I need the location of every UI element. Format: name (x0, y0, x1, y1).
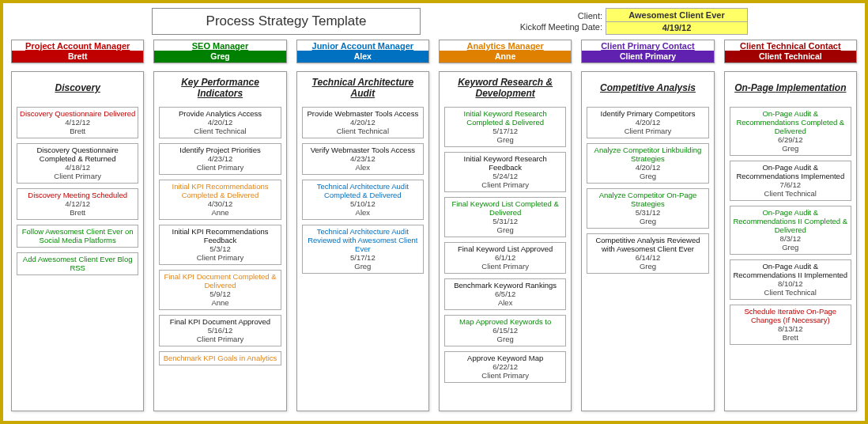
task-date: 7/6/12 (732, 180, 849, 189)
task-card: Initial KPI Recommendations Completed & … (159, 180, 281, 220)
task-owner: Client Technical (732, 288, 849, 297)
column-heading: Technical Architecture Audit (302, 77, 424, 99)
header-row: Process Strategy Template Client: Kickof… (9, 8, 859, 35)
task-card: Final KPI Document Completed & Delivered… (159, 270, 281, 310)
task-title: Final Keyword List Approved (447, 244, 564, 253)
task-title: Identify Primary Competitors (589, 109, 706, 118)
task-title: Final KPI Document Completed & Delivered (161, 272, 278, 290)
task-title: Follow Awesomest Client Ever on Social M… (19, 227, 136, 244)
role-seo-manager: SEO Manager Greg (153, 40, 286, 63)
task-owner: Brett (19, 127, 136, 135)
task-owner: Alex (447, 298, 564, 307)
task-title: On-Page Audit & Recommendations Complete… (732, 109, 849, 135)
columns: DiscoveryDiscovery Questionnaire Deliver… (11, 71, 857, 411)
task-card: Approve Keyword Map6/22/12Client Primary (444, 351, 566, 383)
task-date: 4/20/12 (589, 163, 706, 172)
column-heading: Key Performance Indicators (159, 77, 281, 99)
role-title: Client Technical Contact (725, 40, 856, 51)
task-card: Schedule Iterative On-Page Changes (If N… (730, 305, 851, 345)
task-title: Discovery Questionnaire Completed & Retu… (19, 146, 136, 163)
task-date: 4/12/12 (19, 199, 136, 208)
task-card: Discovery Meeting Scheduled4/12/12Brett (17, 188, 138, 220)
task-card: On-Page Audit & Recommendations Implemen… (730, 161, 851, 201)
task-card: Follow Awesomest Client Ever on Social M… (17, 225, 138, 248)
task-title: Initial Keyword Research Feedback (447, 154, 564, 172)
document-title: Process Strategy Template (152, 8, 421, 35)
column-heading: Competitive Analysis (587, 77, 708, 99)
task-owner: Greg (589, 217, 706, 225)
task-date: 4/23/12 (161, 154, 278, 163)
role-title: Junior Account Manager (297, 40, 428, 51)
task-owner: Client Primary (589, 127, 706, 135)
task-card: Provide Webmaster Tools Access4/20/12Cli… (302, 107, 424, 138)
column: Key Performance IndicatorsProvide Analyt… (153, 71, 286, 411)
role-title: SEO Manager (154, 40, 285, 51)
task-date: 6/22/12 (447, 362, 564, 371)
task-date: 4/20/12 (589, 118, 706, 127)
task-date: 6/5/12 (447, 290, 564, 298)
task-card: Technical Architecture Audit Reviewed wi… (302, 225, 424, 274)
task-owner: Greg (732, 144, 849, 153)
task-title: Analyze Competitor On-Page Strategies (589, 191, 706, 208)
task-owner: Greg (589, 172, 706, 180)
task-owner: Greg (589, 262, 706, 271)
role-name: Brett (12, 51, 143, 62)
task-card: Technical Architecture Audit Completed &… (302, 180, 424, 220)
task-title: Provide Analytics Access (161, 109, 278, 118)
kickoff-label: Kickoff Meeting Date: (468, 21, 602, 32)
task-date: 5/17/12 (447, 127, 564, 135)
task-owner: Greg (304, 262, 421, 271)
task-card: On-Page Audit & Recommendations Complete… (730, 107, 851, 156)
role-title: Client Primary Contact (582, 40, 713, 51)
kickoff-value: 4/19/12 (606, 22, 747, 35)
column: Keyword Research & DevelopmentInitial Ke… (439, 71, 572, 411)
task-card: Add Awesomest Client Ever Blog RSS (17, 252, 138, 275)
task-owner: Brett (732, 333, 849, 342)
task-owner: Client Primary (161, 253, 278, 262)
task-card: Identify Project Priorities4/23/12Client… (159, 143, 281, 175)
task-date: 4/23/12 (304, 154, 421, 163)
task-date: 5/31/12 (589, 208, 706, 217)
role-title: Project Account Manager (12, 40, 143, 51)
task-card: Map Approved Keywords to6/15/12Greg (444, 315, 566, 346)
task-card: Discovery Questionnaire Completed & Retu… (17, 143, 138, 184)
task-title: Initial KPI Recommendations Completed & … (161, 182, 278, 199)
column: Competitive AnalysisIdentify Primary Com… (581, 71, 714, 411)
task-owner: Alex (304, 208, 421, 217)
task-owner: Anne (161, 298, 278, 307)
task-date: 4/30/12 (161, 199, 278, 208)
task-date: 5/17/12 (304, 253, 421, 262)
task-title: Analyze Competitor Linkbuilding Strategi… (589, 146, 706, 163)
task-title: Identify Project Priorities (161, 146, 278, 154)
task-date: 5/16/12 (161, 326, 278, 335)
task-date: 8/10/12 (732, 279, 849, 288)
role-name: Alex (297, 51, 428, 62)
task-card: Benchmark Keyword Rankings6/5/12Alex (444, 278, 566, 310)
role-analytics-manager: Analytics Manager Anne (439, 40, 572, 63)
task-owner: Greg (447, 135, 564, 144)
task-owner: Client Technical (304, 127, 421, 135)
task-date: 5/31/12 (447, 217, 564, 225)
task-card: Competitive Analysis Reviewed with Aweso… (587, 233, 708, 274)
meta-values: Awesomest Client Ever 4/19/12 (606, 8, 748, 35)
meta-labels: Client: Kickoff Meeting Date: (468, 8, 602, 35)
task-date: 6/14/12 (589, 253, 706, 262)
task-owner: Anne (161, 208, 278, 217)
task-owner: Client Primary (19, 172, 136, 180)
column: On-Page ImplementationOn-Page Audit & Re… (724, 71, 857, 411)
task-title: Final Keyword List Completed & Delivered (447, 199, 564, 217)
task-date: 5/24/12 (447, 172, 564, 180)
task-card: Analyze Competitor Linkbuilding Strategi… (587, 143, 708, 184)
task-card: On-Page Audit & Recommendations II Imple… (730, 259, 851, 300)
task-title: Discovery Questionnaire Delivered (19, 109, 136, 118)
client-value: Awesomest Client Ever (606, 9, 747, 22)
column: DiscoveryDiscovery Questionnaire Deliver… (11, 71, 144, 411)
task-card: Benchmark KPI Goals in Analytics (159, 351, 281, 365)
task-card: Initial Keyword Research Feedback5/24/12… (444, 152, 566, 192)
role-junior-account-manager: Junior Account Manager Alex (296, 40, 429, 63)
task-card: Final Keyword List Completed & Delivered… (444, 197, 566, 237)
column-heading: Discovery (17, 77, 138, 99)
task-title: Approve Keyword Map (447, 354, 564, 362)
task-owner: Greg (447, 335, 564, 343)
task-card: Initial Keyword Research Completed & Del… (444, 107, 566, 147)
